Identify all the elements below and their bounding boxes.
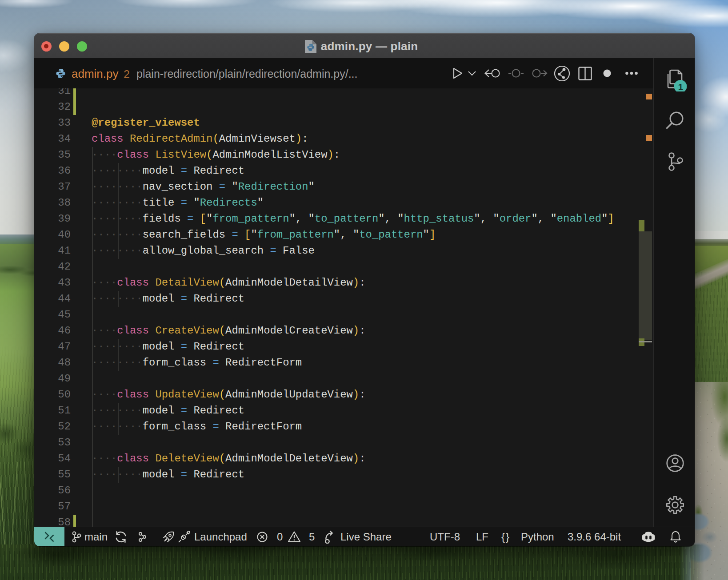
svg-text:1: 1 [678, 82, 683, 92]
